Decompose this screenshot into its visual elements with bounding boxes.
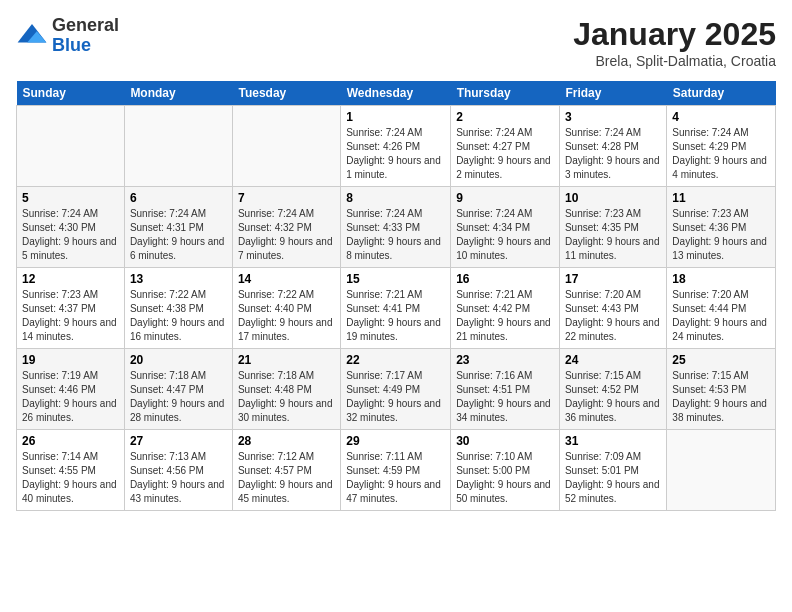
day-info: Sunrise: 7:14 AM Sunset: 4:55 PM Dayligh… — [22, 450, 119, 506]
day-info: Sunrise: 7:16 AM Sunset: 4:51 PM Dayligh… — [456, 369, 554, 425]
calendar-cell — [124, 106, 232, 187]
week-row-5: 26Sunrise: 7:14 AM Sunset: 4:55 PM Dayli… — [17, 430, 776, 511]
day-number: 10 — [565, 191, 661, 205]
logo-text: General Blue — [52, 16, 119, 56]
calendar-cell: 10Sunrise: 7:23 AM Sunset: 4:35 PM Dayli… — [559, 187, 666, 268]
day-number: 20 — [130, 353, 227, 367]
week-row-1: 1Sunrise: 7:24 AM Sunset: 4:26 PM Daylig… — [17, 106, 776, 187]
calendar-cell: 22Sunrise: 7:17 AM Sunset: 4:49 PM Dayli… — [341, 349, 451, 430]
calendar-cell: 27Sunrise: 7:13 AM Sunset: 4:56 PM Dayli… — [124, 430, 232, 511]
calendar-cell: 1Sunrise: 7:24 AM Sunset: 4:26 PM Daylig… — [341, 106, 451, 187]
calendar-cell: 19Sunrise: 7:19 AM Sunset: 4:46 PM Dayli… — [17, 349, 125, 430]
calendar-cell: 9Sunrise: 7:24 AM Sunset: 4:34 PM Daylig… — [451, 187, 560, 268]
calendar-cell: 8Sunrise: 7:24 AM Sunset: 4:33 PM Daylig… — [341, 187, 451, 268]
day-number: 22 — [346, 353, 445, 367]
calendar-cell: 20Sunrise: 7:18 AM Sunset: 4:47 PM Dayli… — [124, 349, 232, 430]
calendar-table: SundayMondayTuesdayWednesdayThursdayFrid… — [16, 81, 776, 511]
day-number: 24 — [565, 353, 661, 367]
day-number: 15 — [346, 272, 445, 286]
day-info: Sunrise: 7:11 AM Sunset: 4:59 PM Dayligh… — [346, 450, 445, 506]
calendar-cell: 2Sunrise: 7:24 AM Sunset: 4:27 PM Daylig… — [451, 106, 560, 187]
day-number: 6 — [130, 191, 227, 205]
calendar-cell: 16Sunrise: 7:21 AM Sunset: 4:42 PM Dayli… — [451, 268, 560, 349]
week-row-4: 19Sunrise: 7:19 AM Sunset: 4:46 PM Dayli… — [17, 349, 776, 430]
day-number: 13 — [130, 272, 227, 286]
day-info: Sunrise: 7:24 AM Sunset: 4:27 PM Dayligh… — [456, 126, 554, 182]
day-info: Sunrise: 7:24 AM Sunset: 4:28 PM Dayligh… — [565, 126, 661, 182]
day-info: Sunrise: 7:24 AM Sunset: 4:32 PM Dayligh… — [238, 207, 335, 263]
calendar-cell: 26Sunrise: 7:14 AM Sunset: 4:55 PM Dayli… — [17, 430, 125, 511]
day-info: Sunrise: 7:18 AM Sunset: 4:47 PM Dayligh… — [130, 369, 227, 425]
calendar-cell: 31Sunrise: 7:09 AM Sunset: 5:01 PM Dayli… — [559, 430, 666, 511]
week-row-2: 5Sunrise: 7:24 AM Sunset: 4:30 PM Daylig… — [17, 187, 776, 268]
day-number: 9 — [456, 191, 554, 205]
day-number: 17 — [565, 272, 661, 286]
day-info: Sunrise: 7:22 AM Sunset: 4:40 PM Dayligh… — [238, 288, 335, 344]
calendar-cell: 11Sunrise: 7:23 AM Sunset: 4:36 PM Dayli… — [667, 187, 776, 268]
day-info: Sunrise: 7:15 AM Sunset: 4:52 PM Dayligh… — [565, 369, 661, 425]
day-info: Sunrise: 7:24 AM Sunset: 4:33 PM Dayligh… — [346, 207, 445, 263]
day-number: 12 — [22, 272, 119, 286]
calendar-cell: 21Sunrise: 7:18 AM Sunset: 4:48 PM Dayli… — [232, 349, 340, 430]
day-info: Sunrise: 7:21 AM Sunset: 4:41 PM Dayligh… — [346, 288, 445, 344]
header-sunday: Sunday — [17, 81, 125, 106]
day-number: 8 — [346, 191, 445, 205]
calendar-title: January 2025 — [573, 16, 776, 53]
day-number: 1 — [346, 110, 445, 124]
calendar-cell: 28Sunrise: 7:12 AM Sunset: 4:57 PM Dayli… — [232, 430, 340, 511]
calendar-cell: 25Sunrise: 7:15 AM Sunset: 4:53 PM Dayli… — [667, 349, 776, 430]
header-wednesday: Wednesday — [341, 81, 451, 106]
day-number: 4 — [672, 110, 770, 124]
calendar-cell: 5Sunrise: 7:24 AM Sunset: 4:30 PM Daylig… — [17, 187, 125, 268]
header-friday: Friday — [559, 81, 666, 106]
day-info: Sunrise: 7:22 AM Sunset: 4:38 PM Dayligh… — [130, 288, 227, 344]
logo-icon — [16, 20, 48, 52]
calendar-cell: 24Sunrise: 7:15 AM Sunset: 4:52 PM Dayli… — [559, 349, 666, 430]
calendar-cell — [17, 106, 125, 187]
day-info: Sunrise: 7:15 AM Sunset: 4:53 PM Dayligh… — [672, 369, 770, 425]
day-number: 16 — [456, 272, 554, 286]
calendar-cell: 17Sunrise: 7:20 AM Sunset: 4:43 PM Dayli… — [559, 268, 666, 349]
calendar-cell: 12Sunrise: 7:23 AM Sunset: 4:37 PM Dayli… — [17, 268, 125, 349]
calendar-cell: 14Sunrise: 7:22 AM Sunset: 4:40 PM Dayli… — [232, 268, 340, 349]
day-info: Sunrise: 7:09 AM Sunset: 5:01 PM Dayligh… — [565, 450, 661, 506]
day-number: 21 — [238, 353, 335, 367]
day-info: Sunrise: 7:13 AM Sunset: 4:56 PM Dayligh… — [130, 450, 227, 506]
calendar-cell: 23Sunrise: 7:16 AM Sunset: 4:51 PM Dayli… — [451, 349, 560, 430]
header-thursday: Thursday — [451, 81, 560, 106]
day-number: 7 — [238, 191, 335, 205]
logo-general: General — [52, 16, 119, 36]
title-block: January 2025 Brela, Split-Dalmatia, Croa… — [573, 16, 776, 69]
day-info: Sunrise: 7:21 AM Sunset: 4:42 PM Dayligh… — [456, 288, 554, 344]
day-info: Sunrise: 7:17 AM Sunset: 4:49 PM Dayligh… — [346, 369, 445, 425]
day-number: 25 — [672, 353, 770, 367]
calendar-cell: 15Sunrise: 7:21 AM Sunset: 4:41 PM Dayli… — [341, 268, 451, 349]
logo: General Blue — [16, 16, 119, 56]
header-row: SundayMondayTuesdayWednesdayThursdayFrid… — [17, 81, 776, 106]
week-row-3: 12Sunrise: 7:23 AM Sunset: 4:37 PM Dayli… — [17, 268, 776, 349]
calendar-cell: 4Sunrise: 7:24 AM Sunset: 4:29 PM Daylig… — [667, 106, 776, 187]
day-info: Sunrise: 7:12 AM Sunset: 4:57 PM Dayligh… — [238, 450, 335, 506]
day-info: Sunrise: 7:19 AM Sunset: 4:46 PM Dayligh… — [22, 369, 119, 425]
day-info: Sunrise: 7:24 AM Sunset: 4:31 PM Dayligh… — [130, 207, 227, 263]
calendar-cell: 18Sunrise: 7:20 AM Sunset: 4:44 PM Dayli… — [667, 268, 776, 349]
day-number: 5 — [22, 191, 119, 205]
calendar-cell — [232, 106, 340, 187]
calendar-cell: 3Sunrise: 7:24 AM Sunset: 4:28 PM Daylig… — [559, 106, 666, 187]
day-number: 18 — [672, 272, 770, 286]
day-info: Sunrise: 7:23 AM Sunset: 4:35 PM Dayligh… — [565, 207, 661, 263]
day-number: 11 — [672, 191, 770, 205]
header-monday: Monday — [124, 81, 232, 106]
day-number: 19 — [22, 353, 119, 367]
day-info: Sunrise: 7:10 AM Sunset: 5:00 PM Dayligh… — [456, 450, 554, 506]
calendar-cell: 13Sunrise: 7:22 AM Sunset: 4:38 PM Dayli… — [124, 268, 232, 349]
day-info: Sunrise: 7:24 AM Sunset: 4:34 PM Dayligh… — [456, 207, 554, 263]
day-number: 28 — [238, 434, 335, 448]
day-number: 29 — [346, 434, 445, 448]
day-info: Sunrise: 7:23 AM Sunset: 4:36 PM Dayligh… — [672, 207, 770, 263]
calendar-cell: 29Sunrise: 7:11 AM Sunset: 4:59 PM Dayli… — [341, 430, 451, 511]
day-info: Sunrise: 7:18 AM Sunset: 4:48 PM Dayligh… — [238, 369, 335, 425]
day-info: Sunrise: 7:23 AM Sunset: 4:37 PM Dayligh… — [22, 288, 119, 344]
day-number: 2 — [456, 110, 554, 124]
day-info: Sunrise: 7:20 AM Sunset: 4:43 PM Dayligh… — [565, 288, 661, 344]
